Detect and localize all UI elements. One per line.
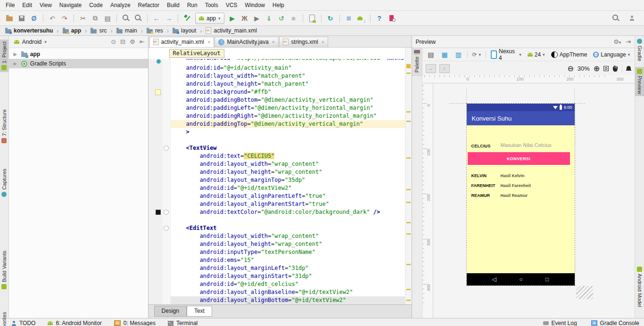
expand-arrow-icon[interactable]: ▶ [14,61,18,66]
zoom-out-icon[interactable]: ⊖ [567,64,573,73]
fold-column[interactable] [163,264,171,272]
redo-icon[interactable]: ↷ [59,13,70,24]
code-line[interactable]: android:layout_marginLeft="31dp" [149,264,412,272]
fold-column[interactable] [163,200,171,208]
close-icon[interactable]: × [272,39,275,45]
run-coverage-icon[interactable]: ▶ [251,13,263,24]
fold-column[interactable] [163,144,171,152]
replace-icon[interactable] [132,13,144,24]
code-line[interactable]: android:layout_width="wrap_content" [149,160,412,168]
avd-manager-icon[interactable] [306,13,318,24]
code-line[interactable]: <EditText [149,224,412,232]
gradle-sync-icon[interactable]: ↻ [325,13,336,24]
menu-run[interactable]: Run [183,0,201,10]
close-icon[interactable]: × [207,39,210,45]
fold-column[interactable] [163,184,171,192]
tab-activity_main-xml[interactable]: activity_main.xml× [149,37,215,47]
code-line[interactable] [149,216,412,224]
code-line[interactable]: android:inputType="textPersonName" [149,248,412,256]
settings-gear-icon[interactable]: ⚙ [130,38,135,45]
user-avatar-icon[interactable] [626,13,637,24]
breadcrumb-src[interactable]: src [89,27,108,34]
copy-icon[interactable]: ⧉ [90,13,101,24]
zoom-fit-icon[interactable] [603,66,609,71]
code-line[interactable]: android:layout_alignBottom="@+id/textVie… [149,296,412,304]
code-line[interactable]: android:layout_height="wrap_content" [149,240,412,248]
help-icon[interactable]: ? [374,13,385,24]
tab-strings-xml[interactable]: strings.xml× [279,37,328,47]
device-preview[interactable]: 6:00 Konversi Suhu CELCIUS Masukan Nilai… [466,103,575,286]
fold-column[interactable] [163,160,171,168]
zoom-in-icon[interactable]: ⊕ [594,64,600,73]
code-line[interactable] [149,136,412,144]
synchronize-icon[interactable]: Ø [28,13,40,24]
fold-column[interactable] [163,232,171,240]
fold-column[interactable] [163,272,171,280]
sidebar-item-build-variants[interactable]: Build Variants [0,249,8,291]
build-hammer-icon[interactable] [182,13,193,24]
rerun-icon[interactable]: ↺ [276,13,287,24]
code-line[interactable]: android:id="@+id/activity_main" [149,64,412,72]
code-editor[interactable]: RelativeLayout xmlns:android="http://sch… [149,48,412,304]
fold-column[interactable] [163,256,171,264]
menu-window[interactable]: Window [241,0,269,10]
code-line[interactable]: <TextView [149,144,412,152]
design-canvas[interactable]: 6:00 Konversi Suhu CELCIUS Masukan Nilai… [433,83,635,318]
code-line[interactable]: > [149,128,412,136]
fold-column[interactable] [163,296,171,304]
code-line[interactable]: android:background="#ffb" [149,88,412,96]
fold-column[interactable] [163,216,171,224]
palette-tab[interactable]: Palette [412,48,422,76]
fold-column[interactable] [163,59,171,64]
breadcrumb-chip[interactable]: RelativeLayout [169,49,224,58]
menu-navigate[interactable]: Navigate [56,0,85,10]
device-selector[interactable]: Nexus 4▾ [489,48,523,62]
code-line[interactable]: android:paddingBottom="@dimen/activity_v… [149,96,412,104]
fold-column[interactable] [163,72,171,80]
notifications-bell-icon[interactable] [626,65,631,71]
fold-column[interactable] [163,240,171,248]
back-nav-icon[interactable]: ◁ [492,276,496,283]
fold-column[interactable] [163,248,171,256]
code-line[interactable]: android:layout_width="match_parent" [149,72,412,80]
sdk-manager-icon[interactable] [355,13,367,24]
design-mode-icon[interactable]: ▤ [426,49,436,60]
fold-column[interactable] [163,88,171,96]
run-config-selector[interactable]: app▾ [195,13,224,24]
forward-icon[interactable]: → [163,13,174,24]
run-icon[interactable]: ▶ [227,13,238,24]
find-icon[interactable] [120,13,132,24]
both-mode-icon[interactable]: ▥ [453,49,463,60]
code-line[interactable]: android:layout_height="wrap_content" [149,168,412,176]
back-icon[interactable]: ← [151,13,162,24]
statusbar-terminal[interactable]: Terminal [168,320,198,326]
code-line[interactable]: android:paddingRight="@dimen/activity_ho… [149,112,412,120]
code-line[interactable]: xmlns:android="http://schemas.android.co… [149,59,412,64]
cut-icon[interactable]: ✂ [77,13,89,24]
menu-file[interactable]: File [2,0,18,10]
home-nav-icon[interactable]: ○ [519,276,522,283]
debug-icon[interactable]: Ж [239,13,250,24]
resize-handle[interactable] [576,286,593,299]
preview-settings-gear-icon[interactable]: ⚙▾ [613,38,621,45]
menu-edit[interactable]: Edit [18,0,36,10]
locate-icon[interactable]: ⊙ [111,38,116,45]
celcius-input-hint[interactable]: Masukan Nilai Celcius [501,142,552,148]
theme-selector[interactable]: AppTheme [550,51,589,58]
fold-column[interactable] [163,112,171,120]
menu-vcs[interactable]: VCS [222,0,241,10]
project-structure-icon[interactable]: ⧈ [343,13,355,24]
statusbar-gradle-console[interactable]: Gradle Console [591,320,639,326]
sidebar-item-android-model[interactable]: Android Model [635,265,644,309]
attach-debugger-icon[interactable]: ⇓ [264,13,275,24]
collapse-all-icon[interactable]: ⊟ [120,38,125,45]
statusbar-todo[interactable]: TODO [11,320,35,326]
breadcrumb-app[interactable]: app [61,27,83,34]
profiler-icon[interactable] [386,13,397,24]
code-line[interactable]: android:id="@+id/edt_celcius" [149,280,412,288]
konversi-button[interactable]: KONVERSI [468,152,570,165]
menu-tools[interactable]: Tools [201,0,222,10]
fold-column[interactable] [163,208,171,216]
fold-column[interactable] [163,104,171,112]
menu-help[interactable]: Help [269,0,288,10]
